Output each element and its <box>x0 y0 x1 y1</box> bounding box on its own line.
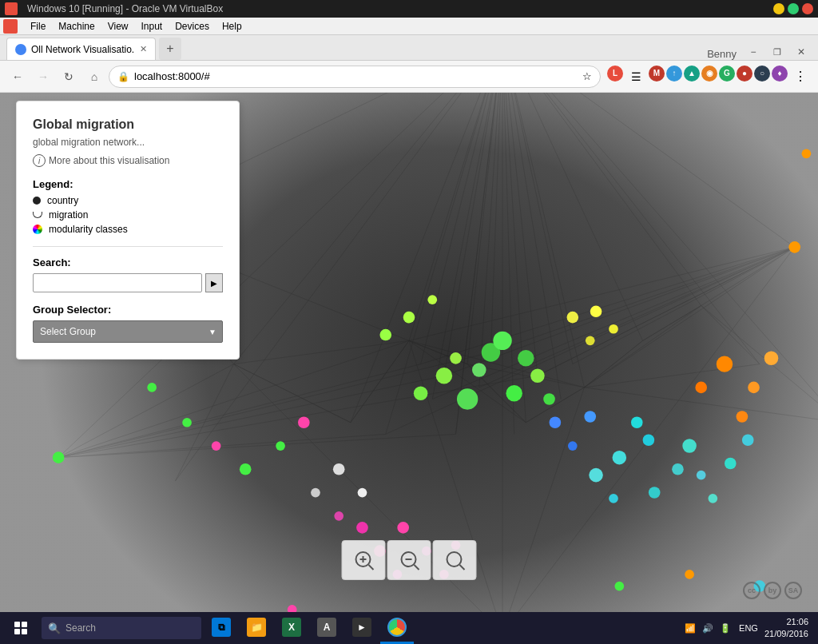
ext-icon-5[interactable]: G <box>719 66 735 81</box>
svg-point-115 <box>397 522 409 534</box>
svg-point-137 <box>182 418 192 427</box>
zoom-in-button[interactable] <box>342 540 386 580</box>
profile-icon[interactable]: Benny <box>701 48 743 60</box>
os-title-bar: Windows 10 [Running] - Oracle VM Virtual… <box>0 0 818 18</box>
group-select[interactable]: Select Group <box>33 320 223 343</box>
home-button[interactable]: ⌂ <box>83 66 105 88</box>
svg-point-131 <box>311 488 320 498</box>
url-input[interactable] <box>134 70 578 82</box>
menu-machine[interactable]: Machine <box>52 19 101 34</box>
panel-subtitle: global migration network... <box>33 137 223 148</box>
svg-point-90 <box>457 388 478 409</box>
zoom-buttons <box>342 540 477 580</box>
legend-modularity-label: modularity classes <box>49 224 128 235</box>
zoom-in-icon <box>352 549 375 571</box>
ext-icon-4[interactable]: ◉ <box>701 66 717 81</box>
svg-line-175 <box>459 565 464 570</box>
svg-point-141 <box>298 416 310 428</box>
lastpass-icon[interactable]: L <box>607 66 623 81</box>
zoom-reset-icon <box>443 549 466 571</box>
browser-restore-button[interactable]: ❐ <box>767 44 788 60</box>
restore-button[interactable] <box>788 3 799 14</box>
taskbar-app-app4[interactable]: A <box>310 612 343 644</box>
svg-point-114 <box>737 411 749 423</box>
svg-point-92 <box>472 363 486 377</box>
more-button[interactable]: ⋮ <box>789 66 812 88</box>
browser-tab-active[interactable]: Oll Network Visualisatio... ✕ <box>6 38 156 60</box>
svg-point-80 <box>53 451 65 463</box>
back-button[interactable]: ← <box>6 66 29 88</box>
app4-icon: A <box>317 618 336 637</box>
svg-point-129 <box>584 411 596 423</box>
forward-button[interactable]: → <box>32 66 54 88</box>
star-icon[interactable]: ☆ <box>582 70 592 82</box>
svg-point-96 <box>543 393 555 405</box>
new-tab-button[interactable]: + <box>159 38 181 60</box>
search-input[interactable] <box>33 273 202 292</box>
menu-file[interactable]: File <box>24 19 52 34</box>
tab-label: Oll Network Visualisatio... <box>31 44 135 55</box>
reload-button[interactable]: ↻ <box>58 66 80 88</box>
ext-icon-3[interactable]: ▲ <box>684 66 700 81</box>
ext-icon-6[interactable]: ● <box>737 66 752 81</box>
svg-point-130 <box>333 463 345 475</box>
zoom-reset-button[interactable] <box>433 540 477 580</box>
tab-favicon <box>15 44 26 55</box>
menu-devices[interactable]: Devices <box>169 19 216 34</box>
tray-speaker-icon[interactable]: 🔊 <box>701 621 715 635</box>
svg-point-174 <box>447 552 461 566</box>
svg-point-135 <box>379 329 391 341</box>
close-button[interactable] <box>802 3 813 14</box>
svg-point-126 <box>609 324 618 334</box>
search-go-button[interactable]: ▶ <box>205 273 223 292</box>
start-square-1 <box>14 622 20 627</box>
svg-point-138 <box>212 441 221 451</box>
svg-point-89 <box>530 368 545 383</box>
zoom-out-button[interactable] <box>387 540 431 580</box>
start-button[interactable] <box>3 612 38 644</box>
svg-point-86 <box>802 149 812 158</box>
browser-minimize-button[interactable]: − <box>743 44 764 60</box>
tab-close-button[interactable]: ✕ <box>140 44 147 54</box>
cc-icon: cc <box>743 582 760 599</box>
svg-point-97 <box>414 386 428 400</box>
extension-icons: L ☰ M ↑ ▲ ◉ G ● ○ ♦ ⋮ <box>607 66 812 88</box>
legend-country-label: country <box>47 195 78 206</box>
group-select-wrapper: Select Group <box>33 320 223 343</box>
more-info-link[interactable]: More about this visualisation <box>49 155 169 166</box>
tray-network-icon[interactable]: 📶 <box>683 621 697 635</box>
taskbar-app-taskview[interactable]: ⧉ <box>204 612 238 644</box>
svg-point-140 <box>276 441 285 451</box>
browser-nav-bar: ← → ↻ ⌂ 🔒 ☆ L ☰ M ↑ ▲ ◉ G ● ○ ♦ ⋮ <box>0 61 818 93</box>
bookmark-icon[interactable]: ☰ <box>625 66 647 88</box>
menu-view[interactable]: View <box>101 19 135 34</box>
svg-point-101 <box>589 468 603 483</box>
svg-point-110 <box>717 356 733 372</box>
ext-icon-1[interactable]: M <box>649 66 665 81</box>
menu-help[interactable]: Help <box>216 19 248 34</box>
taskbar-app-chrome[interactable] <box>380 612 414 644</box>
tray-clock[interactable]: 21:06 21/09/2016 <box>764 616 808 641</box>
legend-section: Legend: country migration modularity cla… <box>33 178 223 235</box>
legend-title: Legend: <box>33 178 223 190</box>
start-icon <box>14 622 27 634</box>
svg-point-112 <box>695 382 707 394</box>
tray-battery-icon[interactable]: 🔋 <box>718 621 733 635</box>
migration-arc-icon <box>33 212 42 218</box>
ext-icon-8[interactable]: ♦ <box>772 66 788 81</box>
taskbar-search-box[interactable]: 🔍 Search <box>42 617 201 639</box>
app-menu-bar: File Machine View Input Devices Help <box>0 18 818 35</box>
tray-language[interactable]: ENG <box>736 623 761 633</box>
svg-point-108 <box>708 494 717 503</box>
menu-input[interactable]: Input <box>135 19 169 34</box>
taskbar-app-explorer[interactable]: 📁 <box>240 612 273 644</box>
browser-close-button[interactable]: ✕ <box>791 44 812 60</box>
divider <box>33 246 223 247</box>
minimize-button[interactable] <box>773 3 784 14</box>
taskbar-app-app5[interactable]: ► <box>345 612 379 644</box>
app5-icon: ► <box>352 618 371 637</box>
taskbar-app-excel[interactable]: X <box>275 612 308 644</box>
ext-icon-2[interactable]: ↑ <box>666 66 682 81</box>
ext-icon-7[interactable]: ○ <box>754 66 770 81</box>
by-icon: by <box>764 582 781 599</box>
